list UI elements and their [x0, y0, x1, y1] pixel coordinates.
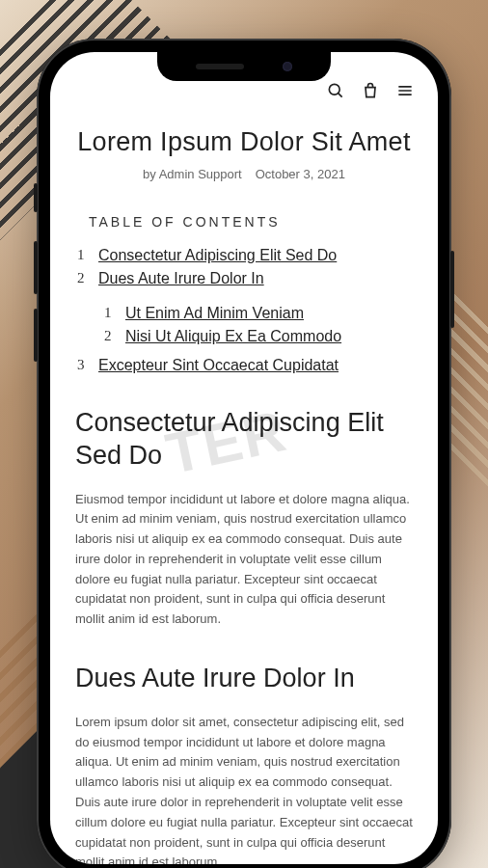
bag-icon[interactable] [361, 81, 380, 100]
toc-number: 3 [77, 357, 87, 373]
toc-link[interactable]: Excepteur Sint Occaecat Cupidatat [98, 357, 339, 374]
byline: by Admin SupportOctober 3, 2021 [75, 167, 413, 181]
toc-number: 1 [77, 247, 87, 263]
page-title: Lorem Ipsum Dolor Sit Amet [75, 127, 413, 157]
section-heading: Consectetur Adipiscing Elit Sed Do [75, 407, 413, 473]
toc-link[interactable]: Dues Aute Irure Dolor In [98, 270, 264, 287]
section-heading: Dues Aute Irure Dolor In [75, 663, 413, 695]
phone-button [34, 241, 38, 294]
svg-line-1 [339, 94, 342, 97]
phone-notch [157, 52, 331, 81]
body-text: Eiusmod tempor incididunt ut labore et d… [75, 490, 413, 631]
article-content[interactable]: Lorem Ipsum Dolor Sit Amet by Admin Supp… [50, 108, 438, 864]
svg-point-0 [329, 84, 339, 95]
toc-list: 1 Consectetur Adipiscing Elit Sed Do 2 D… [77, 247, 413, 374]
phone-frame: TER Lorem Ipsum Dolor Sit Amet by Admin … [37, 39, 451, 868]
body-text: Lorem ipsum dolor sit amet, consectetur … [75, 713, 413, 864]
toc-link[interactable]: Consectetur Adipiscing Elit Sed Do [98, 247, 337, 264]
toc-item: 2 Nisi Ut Aliquip Ex Ea Commodo [104, 328, 413, 345]
toc-heading: TABLE OF CONTENTS [89, 214, 413, 230]
phone-screen: TER Lorem Ipsum Dolor Sit Amet by Admin … [50, 52, 438, 864]
menu-icon[interactable] [395, 81, 415, 100]
toc-number: 1 [104, 305, 114, 321]
toc-item: 1 Ut Enim Ad Minim Veniam [104, 305, 413, 322]
toc-link[interactable]: Ut Enim Ad Minim Veniam [125, 305, 304, 322]
toc-number: 2 [104, 328, 114, 344]
publish-date: October 3, 2021 [256, 167, 345, 181]
toc-item: 3 Excepteur Sint Occaecat Cupidatat [77, 357, 413, 374]
camera [283, 62, 292, 71]
phone-button [34, 309, 38, 362]
search-icon[interactable] [326, 81, 345, 100]
speaker [196, 64, 244, 69]
toc-item: 2 Dues Aute Irure Dolor In 1 Ut Enim Ad … [77, 270, 413, 351]
toc-item: 1 Consectetur Adipiscing Elit Sed Do [77, 247, 413, 264]
toc-link[interactable]: Nisi Ut Aliquip Ex Ea Commodo [125, 328, 341, 345]
background: TER Lorem Ipsum Dolor Sit Amet by Admin … [0, 0, 488, 868]
toc-number: 2 [77, 270, 87, 286]
author: Admin Support [159, 167, 242, 181]
phone-button [450, 251, 454, 328]
byline-prefix: by [143, 167, 159, 181]
phone-button [34, 183, 38, 212]
